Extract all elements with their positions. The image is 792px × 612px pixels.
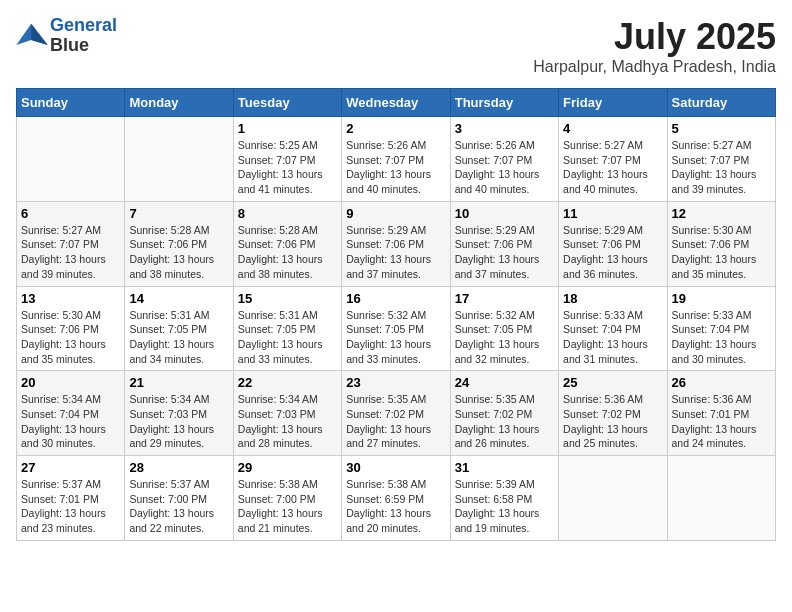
day-number: 20 [21, 375, 120, 390]
day-info: Sunrise: 5:32 AM Sunset: 7:05 PM Dayligh… [455, 308, 554, 367]
logo-line1: General [50, 15, 117, 35]
day-info: Sunrise: 5:36 AM Sunset: 7:02 PM Dayligh… [563, 392, 662, 451]
calendar-cell [125, 117, 233, 202]
weekday-header-saturday: Saturday [667, 89, 775, 117]
day-number: 21 [129, 375, 228, 390]
calendar-cell: 29Sunrise: 5:38 AM Sunset: 7:00 PM Dayli… [233, 456, 341, 541]
day-number: 5 [672, 121, 771, 136]
calendar-cell [17, 117, 125, 202]
day-number: 30 [346, 460, 445, 475]
calendar-cell [667, 456, 775, 541]
day-number: 6 [21, 206, 120, 221]
day-number: 12 [672, 206, 771, 221]
day-info: Sunrise: 5:39 AM Sunset: 6:58 PM Dayligh… [455, 477, 554, 536]
logo-text: General Blue [50, 16, 117, 56]
day-number: 18 [563, 291, 662, 306]
day-number: 7 [129, 206, 228, 221]
day-info: Sunrise: 5:27 AM Sunset: 7:07 PM Dayligh… [672, 138, 771, 197]
day-info: Sunrise: 5:32 AM Sunset: 7:05 PM Dayligh… [346, 308, 445, 367]
day-number: 11 [563, 206, 662, 221]
calendar-cell: 17Sunrise: 5:32 AM Sunset: 7:05 PM Dayli… [450, 286, 558, 371]
calendar-cell: 8Sunrise: 5:28 AM Sunset: 7:06 PM Daylig… [233, 201, 341, 286]
day-info: Sunrise: 5:26 AM Sunset: 7:07 PM Dayligh… [455, 138, 554, 197]
calendar-cell: 20Sunrise: 5:34 AM Sunset: 7:04 PM Dayli… [17, 371, 125, 456]
day-info: Sunrise: 5:33 AM Sunset: 7:04 PM Dayligh… [563, 308, 662, 367]
day-info: Sunrise: 5:34 AM Sunset: 7:03 PM Dayligh… [238, 392, 337, 451]
day-info: Sunrise: 5:38 AM Sunset: 6:59 PM Dayligh… [346, 477, 445, 536]
weekday-header-thursday: Thursday [450, 89, 558, 117]
day-number: 25 [563, 375, 662, 390]
day-number: 31 [455, 460, 554, 475]
day-number: 29 [238, 460, 337, 475]
day-info: Sunrise: 5:36 AM Sunset: 7:01 PM Dayligh… [672, 392, 771, 451]
calendar-cell: 16Sunrise: 5:32 AM Sunset: 7:05 PM Dayli… [342, 286, 450, 371]
day-info: Sunrise: 5:26 AM Sunset: 7:07 PM Dayligh… [346, 138, 445, 197]
calendar-cell: 7Sunrise: 5:28 AM Sunset: 7:06 PM Daylig… [125, 201, 233, 286]
day-info: Sunrise: 5:35 AM Sunset: 7:02 PM Dayligh… [346, 392, 445, 451]
day-number: 19 [672, 291, 771, 306]
week-row-2: 6Sunrise: 5:27 AM Sunset: 7:07 PM Daylig… [17, 201, 776, 286]
day-info: Sunrise: 5:28 AM Sunset: 7:06 PM Dayligh… [238, 223, 337, 282]
weekday-header-tuesday: Tuesday [233, 89, 341, 117]
day-info: Sunrise: 5:38 AM Sunset: 7:00 PM Dayligh… [238, 477, 337, 536]
calendar-cell: 15Sunrise: 5:31 AM Sunset: 7:05 PM Dayli… [233, 286, 341, 371]
location: Harpalpur, Madhya Pradesh, India [533, 58, 776, 76]
day-info: Sunrise: 5:30 AM Sunset: 7:06 PM Dayligh… [21, 308, 120, 367]
week-row-1: 1Sunrise: 5:25 AM Sunset: 7:07 PM Daylig… [17, 117, 776, 202]
day-number: 10 [455, 206, 554, 221]
calendar-cell: 9Sunrise: 5:29 AM Sunset: 7:06 PM Daylig… [342, 201, 450, 286]
page-header: General Blue July 2025 Harpalpur, Madhya… [16, 16, 776, 76]
day-info: Sunrise: 5:27 AM Sunset: 7:07 PM Dayligh… [21, 223, 120, 282]
calendar-cell: 3Sunrise: 5:26 AM Sunset: 7:07 PM Daylig… [450, 117, 558, 202]
calendar-cell: 27Sunrise: 5:37 AM Sunset: 7:01 PM Dayli… [17, 456, 125, 541]
day-info: Sunrise: 5:33 AM Sunset: 7:04 PM Dayligh… [672, 308, 771, 367]
calendar-cell: 18Sunrise: 5:33 AM Sunset: 7:04 PM Dayli… [559, 286, 667, 371]
calendar-cell: 14Sunrise: 5:31 AM Sunset: 7:05 PM Dayli… [125, 286, 233, 371]
day-info: Sunrise: 5:29 AM Sunset: 7:06 PM Dayligh… [346, 223, 445, 282]
day-number: 16 [346, 291, 445, 306]
day-number: 4 [563, 121, 662, 136]
calendar-cell: 6Sunrise: 5:27 AM Sunset: 7:07 PM Daylig… [17, 201, 125, 286]
day-number: 24 [455, 375, 554, 390]
calendar-table: SundayMondayTuesdayWednesdayThursdayFrid… [16, 88, 776, 541]
day-number: 23 [346, 375, 445, 390]
calendar-cell: 23Sunrise: 5:35 AM Sunset: 7:02 PM Dayli… [342, 371, 450, 456]
day-number: 3 [455, 121, 554, 136]
day-info: Sunrise: 5:37 AM Sunset: 7:01 PM Dayligh… [21, 477, 120, 536]
title-block: July 2025 Harpalpur, Madhya Pradesh, Ind… [533, 16, 776, 76]
calendar-cell: 24Sunrise: 5:35 AM Sunset: 7:02 PM Dayli… [450, 371, 558, 456]
day-number: 9 [346, 206, 445, 221]
day-info: Sunrise: 5:34 AM Sunset: 7:04 PM Dayligh… [21, 392, 120, 451]
calendar-cell: 2Sunrise: 5:26 AM Sunset: 7:07 PM Daylig… [342, 117, 450, 202]
week-row-5: 27Sunrise: 5:37 AM Sunset: 7:01 PM Dayli… [17, 456, 776, 541]
day-number: 26 [672, 375, 771, 390]
calendar-cell: 11Sunrise: 5:29 AM Sunset: 7:06 PM Dayli… [559, 201, 667, 286]
calendar-cell: 30Sunrise: 5:38 AM Sunset: 6:59 PM Dayli… [342, 456, 450, 541]
calendar-cell: 12Sunrise: 5:30 AM Sunset: 7:06 PM Dayli… [667, 201, 775, 286]
day-info: Sunrise: 5:34 AM Sunset: 7:03 PM Dayligh… [129, 392, 228, 451]
logo-line2: Blue [50, 36, 117, 56]
day-number: 15 [238, 291, 337, 306]
calendar-body: 1Sunrise: 5:25 AM Sunset: 7:07 PM Daylig… [17, 117, 776, 541]
calendar-cell: 5Sunrise: 5:27 AM Sunset: 7:07 PM Daylig… [667, 117, 775, 202]
calendar-cell: 10Sunrise: 5:29 AM Sunset: 7:06 PM Dayli… [450, 201, 558, 286]
weekday-header-friday: Friday [559, 89, 667, 117]
day-number: 17 [455, 291, 554, 306]
day-number: 22 [238, 375, 337, 390]
calendar-cell: 4Sunrise: 5:27 AM Sunset: 7:07 PM Daylig… [559, 117, 667, 202]
calendar-cell: 28Sunrise: 5:37 AM Sunset: 7:00 PM Dayli… [125, 456, 233, 541]
calendar-cell: 19Sunrise: 5:33 AM Sunset: 7:04 PM Dayli… [667, 286, 775, 371]
weekday-header-sunday: Sunday [17, 89, 125, 117]
day-number: 1 [238, 121, 337, 136]
day-number: 2 [346, 121, 445, 136]
weekday-header-wednesday: Wednesday [342, 89, 450, 117]
day-number: 8 [238, 206, 337, 221]
calendar-cell: 21Sunrise: 5:34 AM Sunset: 7:03 PM Dayli… [125, 371, 233, 456]
day-info: Sunrise: 5:25 AM Sunset: 7:07 PM Dayligh… [238, 138, 337, 197]
calendar-header: SundayMondayTuesdayWednesdayThursdayFrid… [17, 89, 776, 117]
week-row-4: 20Sunrise: 5:34 AM Sunset: 7:04 PM Dayli… [17, 371, 776, 456]
day-number: 28 [129, 460, 228, 475]
month-title: July 2025 [533, 16, 776, 58]
calendar-cell: 13Sunrise: 5:30 AM Sunset: 7:06 PM Dayli… [17, 286, 125, 371]
calendar-cell: 31Sunrise: 5:39 AM Sunset: 6:58 PM Dayli… [450, 456, 558, 541]
